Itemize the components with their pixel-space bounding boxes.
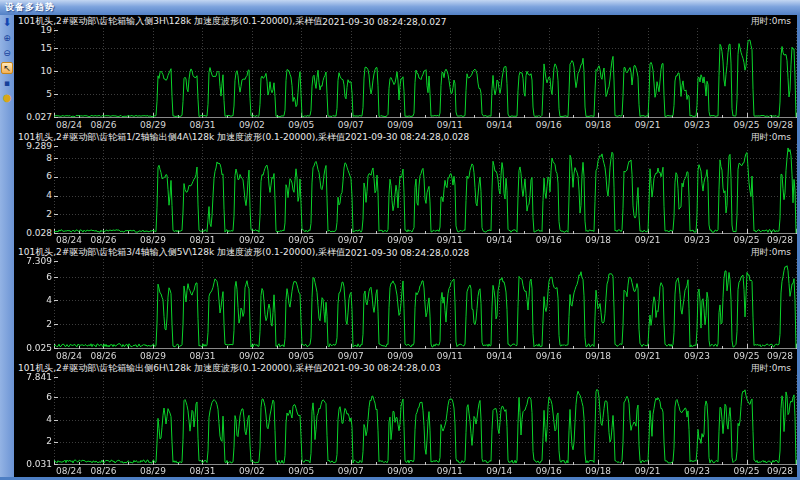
x-tick-label: 09/18	[585, 234, 611, 246]
y-axis-labels: 7.8416420.031	[14, 375, 54, 466]
x-tick-label: 09/28	[767, 234, 793, 246]
y-tick-label: 6	[46, 171, 52, 181]
y-tick-label: 8	[46, 153, 52, 163]
x-tick-label: 09/07	[338, 465, 364, 477]
chart-header: 101机头,2#驱动部\齿轮箱输出侧6H\128k 加速度波形(0.1-2000…	[14, 362, 797, 375]
y-tick-label: 2	[46, 436, 52, 446]
x-tick-label: 09/02	[239, 234, 265, 246]
x-tick-label: 09/28	[767, 350, 793, 362]
x-axis-labels: 08/2408/2608/2908/3109/0209/0509/0709/09…	[54, 350, 797, 362]
y-tick-label: 4	[46, 295, 52, 305]
x-tick-label: 09/14	[486, 234, 512, 246]
x-tick-label: 08/24	[56, 350, 82, 362]
x-tick-label: 09/14	[486, 119, 512, 131]
data-ball-icon[interactable]: ●	[1, 92, 13, 104]
waveform-canvas[interactable]	[54, 375, 797, 466]
x-tick-label: 09/16	[536, 350, 562, 362]
plot-area	[54, 144, 797, 235]
x-tick-label: 09/05	[288, 350, 314, 362]
plot-row: 7.3096420.025	[14, 259, 797, 350]
cursor-tool-icon[interactable]: ↖	[1, 62, 13, 74]
zoom-in-icon[interactable]: ⊕	[1, 32, 13, 44]
x-tick-label: 09/11	[437, 465, 463, 477]
x-tick-label: 09/14	[486, 465, 512, 477]
window-body: ⬇ ⊕ ⊖ ↖ ▪ ● 101机头,2#驱动部\齿轮箱输入侧3H\128k 加速…	[0, 15, 800, 480]
x-tick-label: 09/09	[387, 350, 413, 362]
x-tick-label: 09/28	[767, 465, 793, 477]
x-tick-label: 09/23	[684, 119, 710, 131]
plot-area	[54, 375, 797, 466]
channel-title: 101机头,2#驱动部\齿轮箱输入侧3H\128k 加速度波形(0.1-2000…	[18, 15, 322, 28]
x-tick-label: 09/21	[635, 234, 661, 246]
y-tick-label: 9.289	[26, 141, 52, 151]
x-tick-label: 08/24	[56, 465, 82, 477]
x-tick-label: 09/11	[437, 350, 463, 362]
x-tick-label: 09/14	[486, 350, 512, 362]
channel-title: 101机头,2#驱动部\齿轮箱3/4轴输入侧5V\128k 加速度波形(0.1-…	[18, 246, 345, 259]
channel-title: 101机头,2#驱动部\齿轮箱输出侧6H\128k 加速度波形(0.1-2000…	[18, 362, 322, 375]
y-tick-label: 19	[41, 25, 52, 35]
chart-header: 101机头,2#驱动部\齿轮箱1/2轴输出侧4A\128k 加速度波形(0.1-…	[14, 131, 797, 144]
marker-icon[interactable]: ▪	[1, 77, 13, 89]
plot-row: 7.8416420.031	[14, 375, 797, 466]
x-tick-label: 08/26	[90, 234, 116, 246]
x-tick-label: 08/26	[90, 119, 116, 131]
channel-title: 101机头,2#驱动部\齿轮箱1/2轴输出侧4A\128k 加速度波形(0.1-…	[18, 131, 345, 144]
x-tick-label: 09/07	[338, 234, 364, 246]
y-tick-label: 2	[46, 319, 52, 329]
y-tick-label: 6	[46, 392, 52, 402]
window-titlebar[interactable]: 设备多趋势	[0, 0, 800, 15]
x-tick-label: 09/18	[585, 350, 611, 362]
chart-block-1: 101机头,2#驱动部\齿轮箱输入侧3H\128k 加速度波形(0.1-2000…	[14, 15, 797, 131]
x-tick-label: 09/02	[239, 465, 265, 477]
y-tick-label: 10	[41, 66, 52, 76]
x-tick-label: 09/25	[734, 234, 760, 246]
x-tick-label: 09/21	[635, 119, 661, 131]
y-tick-label: 2	[46, 209, 52, 219]
y-axis-labels: 9.28986420.028	[14, 144, 54, 235]
x-axis-labels: 08/2408/2608/2908/3109/0209/0509/0709/09…	[54, 234, 797, 246]
x-tick-label: 08/31	[189, 234, 215, 246]
x-axis-labels: 08/2408/2608/2908/3109/0209/0509/0709/09…	[54, 465, 797, 477]
x-tick-label: 09/23	[684, 350, 710, 362]
y-tick-label: 0.028	[26, 228, 52, 238]
x-tick-label: 09/11	[437, 119, 463, 131]
x-tick-label: 08/29	[140, 234, 166, 246]
x-tick-label: 09/28	[767, 119, 793, 131]
timestamp: 2021-09-30 08:24:28,0.028	[345, 248, 469, 258]
x-tick-label: 08/26	[90, 350, 116, 362]
chart-header: 101机头,2#驱动部\齿轮箱输入侧3H\128k 加速度波形(0.1-2000…	[14, 15, 797, 28]
x-tick-label: 09/05	[288, 119, 314, 131]
plot-row: 9.28986420.028	[14, 144, 797, 235]
x-tick-label: 09/05	[288, 465, 314, 477]
x-tick-label: 08/29	[140, 350, 166, 362]
x-tick-label: 08/31	[189, 119, 215, 131]
x-tick-label: 08/29	[140, 119, 166, 131]
x-tick-label: 09/21	[635, 465, 661, 477]
zoom-out-icon[interactable]: ⊖	[1, 47, 13, 59]
waveform-canvas[interactable]	[54, 144, 797, 235]
x-tick-label: 08/24	[56, 234, 82, 246]
x-tick-label: 08/31	[189, 350, 215, 362]
y-tick-label: 0.027	[26, 112, 52, 122]
waveform-canvas[interactable]	[54, 28, 797, 119]
y-tick-label: 15	[41, 43, 52, 53]
scroll-down-icon[interactable]: ⬇	[1, 17, 13, 29]
x-tick-label: 09/16	[536, 234, 562, 246]
x-tick-label: 09/02	[239, 350, 265, 362]
x-tick-label: 09/07	[338, 350, 364, 362]
duration-label: 用时:0ms	[751, 246, 797, 259]
chart-block-3: 101机头,2#驱动部\齿轮箱3/4轴输入侧5V\128k 加速度波形(0.1-…	[14, 246, 797, 362]
timestamp: 2021-09-30 08:24:28,0.028	[345, 132, 469, 142]
chart-block-2: 101机头,2#驱动部\齿轮箱1/2轴输出侧4A\128k 加速度波形(0.1-…	[14, 131, 797, 247]
timestamp: 2021-09-30 08:24:28,0.03	[322, 363, 441, 373]
y-tick-label: 4	[46, 414, 52, 424]
chart-header: 101机头,2#驱动部\齿轮箱3/4轴输入侧5V\128k 加速度波形(0.1-…	[14, 246, 797, 259]
y-tick-label: 0.025	[26, 343, 52, 353]
waveform-canvas[interactable]	[54, 259, 797, 350]
x-tick-label: 09/25	[734, 465, 760, 477]
x-tick-label: 09/11	[437, 234, 463, 246]
y-tick-label: 7.309	[26, 256, 52, 266]
x-axis-labels: 08/2408/2608/2908/3109/0209/0509/0709/09…	[54, 119, 797, 131]
plot-area	[54, 259, 797, 350]
